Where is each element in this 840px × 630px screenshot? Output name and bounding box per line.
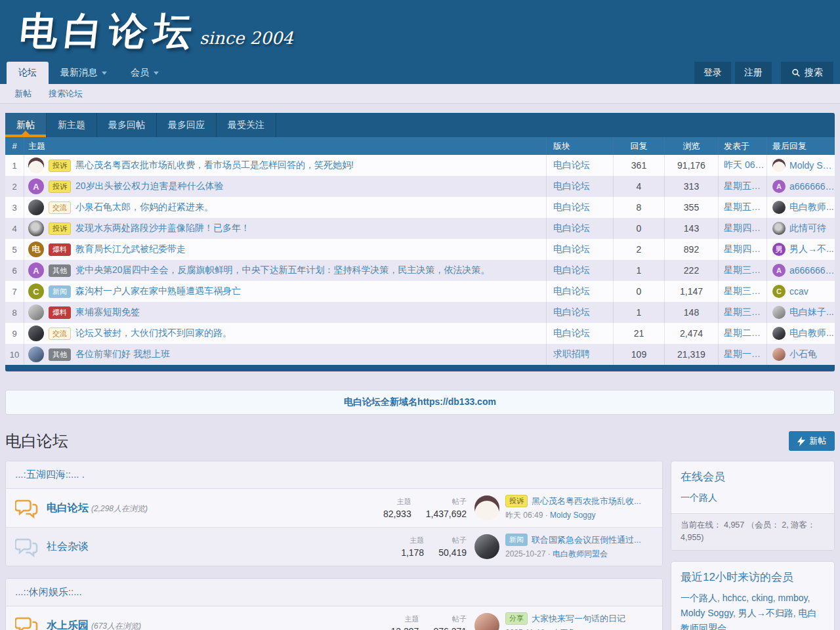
- forum-link[interactable]: 电白论坛: [553, 201, 590, 213]
- avatar[interactable]: [28, 200, 44, 215]
- visitor-link[interactable]: 一个路人: [681, 593, 717, 603]
- post-date-link[interactable]: 星期三，...: [724, 285, 766, 297]
- avatar[interactable]: A: [28, 262, 44, 278]
- nav-tab-whats-new[interactable]: 最新消息: [49, 62, 119, 84]
- forum-link[interactable]: 电白论坛: [553, 243, 590, 255]
- forum-title[interactable]: 社会杂谈: [47, 541, 89, 552]
- new-thread-button[interactable]: 新帖: [789, 431, 835, 451]
- post-date-link[interactable]: 星期二，...: [724, 327, 766, 339]
- latest-post-user[interactable]: Moldy Soggy: [550, 511, 595, 520]
- nav-tab-members[interactable]: 会员: [119, 62, 171, 84]
- avatar[interactable]: [28, 326, 44, 341]
- visitor-link[interactable]: cking: [751, 593, 773, 603]
- forum-link[interactable]: 电白论坛: [553, 327, 590, 339]
- latest-post-user[interactable]: 电白教师同盟会: [553, 549, 608, 558]
- avatar[interactable]: [474, 495, 499, 520]
- avatar[interactable]: [474, 534, 499, 559]
- forum-link[interactable]: 电白论坛: [553, 306, 590, 318]
- forum-link[interactable]: 电白论坛: [553, 180, 590, 192]
- visitor-link[interactable]: mmboy: [778, 593, 808, 603]
- subnav-search-forum[interactable]: 搜索论坛: [49, 88, 83, 100]
- avatar[interactable]: C: [772, 285, 786, 298]
- avatar[interactable]: [772, 159, 786, 172]
- prefix-badge[interactable]: 交流: [49, 201, 71, 214]
- prefix-badge[interactable]: 新闻: [505, 534, 528, 546]
- last-reply-user[interactable]: 小石龟: [789, 348, 817, 360]
- forum-title[interactable]: 水上乐园: [47, 620, 89, 630]
- post-date-link[interactable]: 星期一，...: [724, 348, 766, 360]
- notice-banner[interactable]: 电白论坛全新域名https://db133.com: [5, 390, 835, 415]
- avatar[interactable]: [28, 158, 44, 173]
- topic-title[interactable]: 黑心茂名粤西农批市场乱收费，看市场员工是怎样回答的，笑死她妈!: [75, 159, 354, 171]
- widget-tab-new-posts[interactable]: 新帖: [5, 113, 47, 137]
- last-reply-user[interactable]: 电白妹子...: [789, 306, 834, 318]
- forum-link[interactable]: 求职招聘: [553, 348, 590, 360]
- topic-title[interactable]: 20岁出头被公权力迫害是种什么体验: [75, 180, 224, 192]
- topic-title[interactable]: 森沟村一户人家在家中熟睡遭遇车祸身亡: [75, 285, 241, 297]
- topic-title[interactable]: 发现水东两处路段沙井盖像陷阱！已多年！: [75, 222, 250, 234]
- prefix-badge[interactable]: 其他: [49, 264, 71, 277]
- post-date-link[interactable]: 星期五，...: [724, 180, 766, 192]
- prefix-badge[interactable]: 爆料: [49, 243, 71, 256]
- forum-link[interactable]: 电白论坛: [553, 222, 590, 234]
- avatar[interactable]: A: [772, 264, 786, 277]
- topic-title[interactable]: 柬埔寨短期免签: [75, 306, 140, 318]
- last-reply-user[interactable]: Moldy So...: [789, 160, 835, 171]
- register-button[interactable]: 注册: [735, 62, 772, 84]
- nav-tab-forums[interactable]: 论坛: [7, 62, 49, 84]
- widget-tab-new-threads[interactable]: 新主题: [47, 113, 97, 137]
- forum-link[interactable]: 电白论坛: [553, 264, 590, 276]
- avatar[interactable]: [772, 348, 786, 361]
- last-reply-user[interactable]: 此情可待: [789, 222, 826, 234]
- prefix-badge[interactable]: 投诉: [505, 495, 528, 507]
- avatar[interactable]: [28, 346, 44, 362]
- post-date-link[interactable]: 星期三，...: [724, 306, 766, 318]
- avatar[interactable]: 电: [28, 242, 44, 257]
- avatar[interactable]: [772, 327, 786, 340]
- prefix-badge[interactable]: 爆料: [49, 306, 71, 319]
- prefix-badge[interactable]: 投诉: [49, 180, 71, 193]
- last-reply-user[interactable]: 男人→不...: [789, 243, 834, 255]
- post-date-link[interactable]: 星期四，...: [724, 243, 766, 255]
- forum-link[interactable]: 电白论坛: [553, 159, 590, 171]
- topic-title[interactable]: 教育局长江允武被纪委带走: [75, 243, 186, 255]
- last-reply-user[interactable]: ccav: [789, 286, 808, 297]
- avatar[interactable]: 男: [772, 243, 786, 256]
- last-reply-user[interactable]: a66666699: [789, 181, 835, 192]
- prefix-badge[interactable]: 投诉: [49, 222, 71, 235]
- widget-tab-most-reactions[interactable]: 最多回应: [157, 113, 217, 137]
- subnav-new-posts[interactable]: 新帖: [14, 88, 32, 100]
- avatar[interactable]: [28, 304, 44, 320]
- latest-post-title[interactable]: 黑心茂名粤西农批市场乱收...: [532, 495, 641, 507]
- site-logo[interactable]: 电白论坛 since 2004: [20, 4, 293, 58]
- avatar[interactable]: [772, 306, 786, 319]
- post-date-link[interactable]: 昨天 06:49: [724, 159, 766, 171]
- last-reply-user[interactable]: a66666699: [789, 265, 835, 276]
- latest-post-title[interactable]: 大家快来写一句话的日记: [532, 613, 625, 625]
- prefix-badge[interactable]: 其他: [49, 348, 71, 361]
- visitor-link[interactable]: Moldy Soggy: [681, 608, 733, 618]
- visitor-link[interactable]: 男人→不归路: [738, 608, 793, 618]
- topic-title[interactable]: 论坛又被封，大伙们找不到回家的路。: [75, 327, 232, 339]
- visitor-link[interactable]: hchcc: [723, 593, 747, 603]
- post-date-link[interactable]: 星期三，...: [724, 264, 766, 276]
- prefix-badge[interactable]: 分享: [505, 612, 528, 625]
- topic-title[interactable]: 各位前辈们好 我想上班: [75, 348, 170, 360]
- widget-tab-most-replies[interactable]: 最多回帖: [97, 113, 157, 137]
- avatar[interactable]: C: [28, 284, 44, 299]
- avatar[interactable]: [28, 220, 44, 236]
- forum-title[interactable]: 电白论坛: [47, 502, 89, 513]
- online-member-link[interactable]: 一个路人: [681, 492, 717, 503]
- avatar[interactable]: A: [772, 180, 786, 193]
- avatar[interactable]: [772, 222, 786, 235]
- latest-post-title[interactable]: 联合国紧急会议压倒性通过...: [532, 534, 641, 546]
- post-date-link[interactable]: 星期四，...: [724, 222, 766, 234]
- widget-tab-most-watched[interactable]: 最受关注: [217, 113, 276, 137]
- last-reply-user[interactable]: 电白教师...: [789, 327, 834, 339]
- forum-link[interactable]: 电白论坛: [553, 285, 590, 297]
- avatar[interactable]: A: [28, 178, 44, 194]
- prefix-badge[interactable]: 投诉: [49, 159, 71, 172]
- search-button[interactable]: 搜索: [781, 62, 833, 84]
- topic-title[interactable]: 小泉石龟太郎，你妈的赶紧进来。: [75, 201, 213, 213]
- avatar[interactable]: [772, 201, 786, 214]
